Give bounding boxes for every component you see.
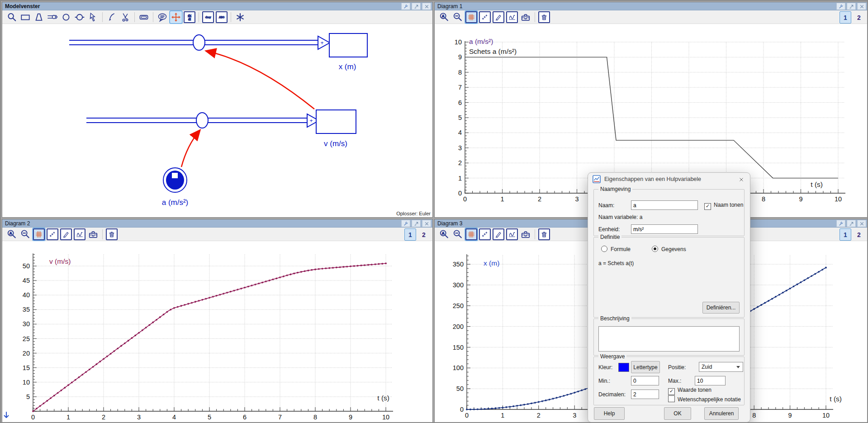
connector-tool-button[interactable] — [106, 11, 118, 23]
sqrt-formula-tool-button[interactable]: √x+y — [202, 11, 214, 23]
stock-x[interactable] — [329, 33, 367, 57]
radio-icon[interactable] — [652, 246, 658, 252]
popout-icon — [849, 4, 854, 9]
close-window-button[interactable] — [422, 220, 431, 227]
derivative-tool-button[interactable]: dxdt — [184, 11, 195, 23]
wrench-window-button[interactable] — [836, 220, 845, 227]
positie-select[interactable]: Zuid — [699, 362, 743, 372]
stock-v[interactable] — [316, 110, 356, 133]
auxiliary-tool-button[interactable] — [60, 11, 72, 23]
zoom-fit-tool-button[interactable]: A — [438, 11, 450, 23]
trash-tool-button[interactable] — [106, 228, 118, 240]
abc-formula-tool-button[interactable]: ABC — [216, 11, 228, 23]
naam-input[interactable] — [631, 200, 698, 210]
page-button-2[interactable]: 2 — [418, 228, 430, 241]
naam-tonen-checkbox[interactable]: ✓Naam tonen — [704, 202, 743, 210]
zoom-fit-tool-button[interactable]: A — [6, 228, 18, 240]
lettertype-button[interactable]: Lettertype — [631, 361, 660, 373]
popout-window-button[interactable] — [412, 220, 421, 227]
zoom-fit-tool-button[interactable]: A — [438, 228, 450, 240]
annuleren-button[interactable]: Annuleren — [704, 407, 739, 420]
trash-tool-button[interactable] — [538, 228, 550, 240]
ok-button[interactable]: OK — [664, 407, 691, 420]
min-input[interactable] — [631, 376, 659, 385]
process-tool-button[interactable] — [74, 228, 85, 240]
waarde-tonen-checkbox[interactable]: ✓Waarde tonen — [668, 387, 711, 395]
wrench-window-button[interactable] — [401, 3, 410, 10]
autoscroll-arrow-icon[interactable] — [3, 412, 9, 421]
magnifier-tool-button[interactable] — [6, 11, 18, 23]
close-window-button[interactable] — [857, 3, 866, 10]
scissors-tool-button[interactable] — [119, 11, 131, 23]
diagram2-titlebar[interactable]: Diagram 2 — [2, 219, 432, 228]
color-swatch[interactable] — [618, 363, 629, 372]
help-button[interactable]: Help — [594, 407, 625, 420]
gegevens-radio[interactable]: Gegevens — [652, 246, 686, 252]
text-label-tool-button[interactable] — [138, 11, 150, 23]
close-icon[interactable] — [737, 176, 745, 184]
relation-arrow-v-to-xflow[interactable] — [207, 51, 314, 109]
grid-tool-button[interactable] — [465, 11, 477, 23]
flow-valve-x[interactable] — [193, 35, 205, 50]
flow-valve-tool-button[interactable] — [47, 11, 58, 23]
popout-window-button[interactable] — [847, 220, 856, 227]
relation-tool-button[interactable] — [87, 11, 99, 23]
toolbox-tool-button[interactable] — [520, 228, 531, 240]
decimalen-input[interactable] — [631, 390, 659, 399]
page-button-1[interactable]: 1 — [840, 11, 851, 24]
page-button-1[interactable]: 1 — [404, 228, 416, 241]
formule-radio[interactable]: Formule — [601, 246, 631, 252]
model-canvas-area[interactable]: + + x (m) v (m/s) a (m/s²) Oplosser: Eul… — [2, 24, 432, 217]
dialog-titlebar[interactable]: Eigenschappen van een Hulpvariabele — [588, 173, 750, 185]
comment-tool-button[interactable] — [157, 11, 168, 23]
points-tool-button[interactable] — [479, 11, 491, 23]
toolbox-tool-button[interactable] — [87, 228, 99, 240]
max-input[interactable] — [695, 376, 726, 385]
wrench-window-button[interactable] — [836, 3, 845, 10]
checkbox-icon[interactable]: ✓ — [668, 388, 675, 395]
constant-tool-button[interactable] — [74, 11, 85, 23]
pencil-tool-button[interactable] — [493, 228, 504, 240]
zoom-out-tool-button[interactable] — [452, 11, 464, 23]
page-button-2[interactable]: 2 — [853, 11, 865, 24]
process-tool-button[interactable] — [506, 11, 518, 23]
points-tool-button[interactable] — [479, 228, 491, 240]
checkbox-icon[interactable]: ✓ — [704, 203, 711, 210]
wrench-window-button[interactable] — [401, 220, 410, 227]
diagram1-titlebar[interactable]: Diagram 1 — [435, 2, 868, 10]
asterisk-tool-button[interactable] — [234, 11, 246, 23]
popout-window-button[interactable] — [412, 3, 421, 10]
trash-tool-button[interactable] — [538, 11, 550, 23]
model-canvas: + + x (m) v (m/s) a (m/s²) — [2, 24, 432, 217]
pencil-tool-button[interactable] — [493, 11, 504, 23]
close-window-button[interactable] — [422, 3, 431, 10]
flow-valve-v[interactable] — [196, 113, 208, 128]
zoom-out-tool-button[interactable] — [19, 228, 31, 240]
process-tool-button[interactable] — [506, 228, 518, 240]
selection-handle[interactable] — [172, 173, 178, 178]
relation-arrow-a-to-vflow[interactable] — [181, 131, 199, 167]
eenheid-input[interactable] — [631, 224, 698, 234]
toolbar-separator — [153, 12, 153, 22]
toolbox-tool-button[interactable] — [520, 11, 531, 23]
close-window-button[interactable] — [857, 220, 866, 227]
definieren-button[interactable]: Definiëren... — [702, 302, 740, 314]
checkbox-icon[interactable] — [668, 395, 675, 402]
points-tool-button[interactable] — [47, 228, 58, 240]
zoom-out-tool-button[interactable] — [452, 228, 464, 240]
pencil-tool-button[interactable] — [60, 228, 72, 240]
page-button-1[interactable]: 1 — [840, 228, 851, 241]
move-tool-button[interactable] — [170, 11, 182, 23]
radio-icon[interactable] — [601, 246, 607, 252]
plus-sign-v: + — [309, 118, 313, 124]
beschrijving-textarea[interactable] — [598, 326, 740, 352]
page-button-2[interactable]: 2 — [853, 228, 865, 241]
flow-cone-tool-button[interactable] — [33, 11, 45, 23]
chart-diagram2[interactable]: 0123456789105101520253035404550v (m/s)t … — [2, 241, 432, 423]
grid-tool-button[interactable] — [465, 228, 477, 240]
modelvenster-titlebar[interactable]: Modelvenster — [2, 2, 432, 10]
grid-tool-button[interactable] — [33, 228, 45, 240]
wet-notatie-checkbox[interactable]: Wetenschappelijke notatie — [668, 395, 741, 403]
popout-window-button[interactable] — [847, 3, 856, 10]
stock-tool-button[interactable] — [19, 11, 31, 23]
